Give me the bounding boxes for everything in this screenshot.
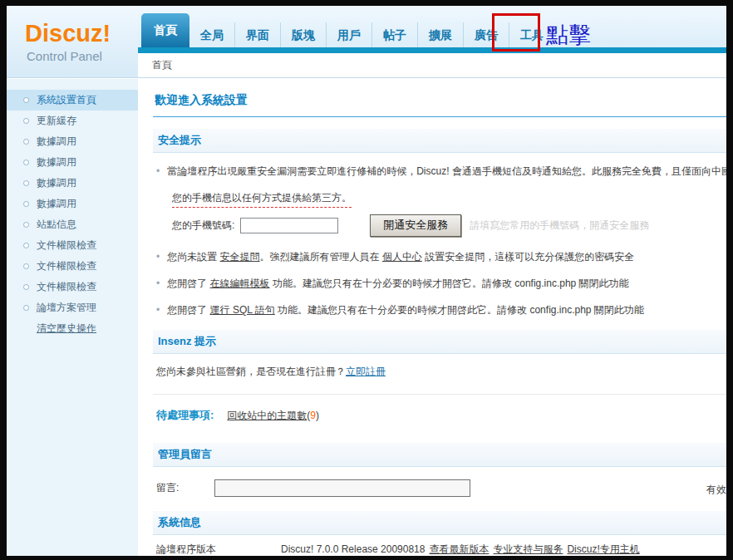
bullet-icon: • [156,251,160,263]
sidebar-item-file-perm-1[interactable]: 文件權限檢查 [7,235,138,256]
radio-dot-icon [23,160,29,165]
message-input[interactable] [214,479,470,497]
sidebar: 系統設置首頁 更新緩存 數據調用 數據調用 數據調用 數據調用 站點信息 文件權… [7,79,138,556]
check-latest-version-link[interactable]: 查看最新版本 [429,543,489,555]
phone-hint: 請填寫您常用的手機號碼，開通安全服務 [470,219,649,233]
online-template-edit-link[interactable]: 在線編輯模板 [210,278,270,289]
security-notice-1-line2: 您的手機信息以任何方式提供給第三方。 [172,190,726,208]
page-title: 歡迎進入系統設置 [153,90,726,117]
run-sql-link[interactable]: 運行 SQL 語句 [210,304,275,316]
notice-text: 功能。建議您只有在十分必要的時候才開啓此它。請修改 config.inc.php… [275,304,644,316]
sidebar-item-file-perm-2[interactable]: 文件權限檢查 [7,256,138,277]
insenz-text-row: 您尚未參與社區營銷，是否現在進行註冊？立即註冊 [156,365,726,379]
sysinfo-section-header: 系統信息 [153,511,726,535]
radio-dot-icon [23,180,29,186]
validity-label: 有效期 [706,483,726,497]
sidebar-item-update-cache[interactable]: 更新緩存 [7,111,138,131]
logo-subtitle: Control Panel [27,49,102,63]
breadcrumb: 首頁 [138,53,726,77]
notice-text: 您尚未設置 [167,251,219,263]
notice-text: 您開啓了 [167,304,209,316]
radio-dot-icon [23,284,29,290]
sidebar-item-data-call-4[interactable]: 數據調用 [7,194,138,214]
sysinfo-row-forum-version: 論壇程序版本 Discuz! 7.0.0 Release 20090818查看最… [153,535,726,556]
sysinfo-value: Discuz! 7.0.0 Release 20090818查看最新版本专业支持… [281,543,640,556]
click-annotation: 點擊 [546,20,591,50]
tab-bar: 首頁 全局 界面 版塊 用戶 帖子 擴展 廣告 工具 [138,6,726,47]
sidebar-item-label: 數據調用 [37,155,76,169]
tab-extensions[interactable]: 擴展 [417,22,463,47]
notice-text: 。強烈建議所有管理人員在 [260,251,382,263]
sidebar-item-file-perm-3[interactable]: 文件權限檢查 [7,277,138,297]
dedicated-host-link[interactable]: Discuz!专用主机 [567,543,639,555]
radio-dot-icon [23,305,29,311]
notice-text: 當論壇程序出現嚴重安全漏洞需要立即進行修補的時候，Discuz! 會通過手機短信… [167,165,726,177]
sidebar-item-clear-history[interactable]: 清空歷史操作 [37,322,96,336]
tab-interface[interactable]: 界面 [234,22,280,47]
recycle-bin-topics-link[interactable]: 回收站中的主題數 [227,409,307,423]
sidebar-item-label: 數據調用 [37,135,76,149]
security-notice-1: •當論壇程序出現嚴重安全漏洞需要立即進行修補的時候，Discuz! 會通過手機短… [156,164,726,179]
screenshot-frame: Discuz! Control Panel 首頁 全局 界面 版塊 用戶 帖子 … [0,0,733,560]
version-text: Discuz! 7.0.0 Release 20090818 [281,543,425,555]
notice-text: 您開啓了 [167,278,209,289]
notice-text: 設置安全提問，這樣可以充分保護您的密碼安全 [422,251,634,263]
sidebar-item-data-call-2[interactable]: 數據調用 [7,152,138,173]
sidebar-item-label: 系統設置首頁 [37,93,96,107]
pro-support-link[interactable]: 专业支持与服务 [493,543,563,555]
sidebar-item-label: 站點信息 [37,218,76,232]
tab-forums[interactable]: 版塊 [280,22,326,47]
pending-items-row: 待處理事項: 回收站中的主題數 ( 9 ) [156,408,726,423]
tab-global[interactable]: 全局 [189,22,234,47]
sidebar-item-label: 數據調用 [37,176,76,190]
radio-dot-icon [23,222,29,228]
sidebar-item-data-call-3[interactable]: 數據調用 [7,173,138,194]
register-now-link[interactable]: 立即註冊 [346,366,386,377]
discuz-logo: Discuz! [25,20,111,47]
personal-center-link[interactable]: 個人中心 [382,251,422,263]
bullet-icon: • [156,304,160,316]
tab-home[interactable]: 首頁 [141,13,189,47]
notice-text-underlined: 您的手機信息以任何方式提供給第三方。 [172,190,352,208]
security-notices: •當論壇程序出現嚴重安全漏洞需要立即進行修補的時候，Discuz! 會通過手機短… [156,164,726,318]
admin-note-row: 留言: 有效期 [156,479,726,497]
notice-text: 功能。建議您只有在十分必要的時候才開啓它。請修改 config.inc.php … [270,278,629,289]
main-content: 歡迎進入系統設置 安全提示 •當論壇程序出現嚴重安全漏洞需要立即進行修補的時候，… [138,79,726,556]
sidebar-item-label: 文件權限檢查 [37,280,96,294]
pending-count: 9 [310,410,316,421]
bullet-icon: • [156,165,160,177]
bullet-icon: • [156,278,160,289]
security-question-link[interactable]: 安全提問 [220,251,260,263]
sidebar-item-label: 論壇方案管理 [37,301,96,315]
admin-panel-page: Discuz! Control Panel 首頁 全局 界面 版塊 用戶 帖子 … [7,6,726,556]
tab-users[interactable]: 用戶 [326,22,371,47]
open-security-service-button[interactable]: 開通安全服務 [370,214,461,237]
divider [153,394,726,395]
phone-input[interactable] [240,218,338,233]
insenz-section-header: Insenz 提示 [153,330,726,354]
sysinfo-label: 論壇程序版本 [156,543,281,556]
message-label: 留言: [156,481,214,495]
sidebar-item-system-home[interactable]: 系統設置首頁 [7,90,138,111]
radio-dot-icon [23,263,29,269]
sidebar-item-data-call-1[interactable]: 數據調用 [7,131,138,152]
pending-items-label: 待處理事項: [156,408,214,423]
radio-dot-icon [23,97,29,103]
sidebar-item-label: 數據調用 [37,197,76,211]
sidebar-item-forum-scheme[interactable]: 論壇方案管理 [7,297,138,318]
tab-posts[interactable]: 帖子 [371,22,417,47]
phone-row: 您的手機號碼: 開通安全服務 請填寫您常用的手機號碼，開通安全服務 [172,214,726,237]
phone-label: 您的手機號碼: [172,219,234,233]
security-notice-3: •您開啓了 在線編輯模板 功能。建議您只有在十分必要的時候才開啓它。請修改 co… [156,276,726,292]
header: Discuz! Control Panel 首頁 全局 界面 版塊 用戶 帖子 … [7,6,726,78]
sidebar-item-label: 文件權限檢查 [37,238,96,253]
radio-dot-icon [23,201,29,207]
logo-area: Discuz! Control Panel [7,6,138,77]
security-notice-4: •您開啓了 運行 SQL 語句 功能。建議您只有在十分必要的時候才開啓此它。請修… [156,302,726,318]
radio-dot-icon [23,118,29,124]
sidebar-item-label: 文件權限檢查 [37,259,96,273]
sidebar-item-site-info[interactable]: 站點信息 [7,214,138,235]
paren-close: ) [316,410,319,421]
admin-note-section-header: 管理員留言 [153,443,726,467]
sidebar-item-label: 更新緩存 [37,114,76,128]
